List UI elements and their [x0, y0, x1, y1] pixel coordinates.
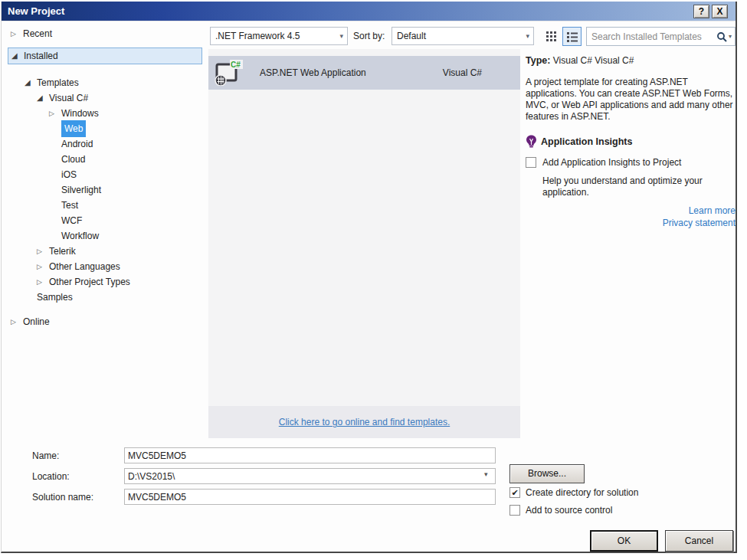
search-input[interactable]	[591, 31, 716, 42]
tree-item-other-project-types[interactable]: ▷ Other Project Types	[8, 274, 202, 290]
type-value: Visual C#	[595, 55, 634, 66]
tree-item-telerik[interactable]: ▷ Telerik	[8, 244, 202, 259]
tree-item-silverlight[interactable]: Silverlight	[8, 182, 202, 198]
online-templates-strip: Click here to go online and find templat…	[208, 406, 520, 438]
aspnet-web-application-icon: C#	[214, 60, 243, 86]
create-directory-checkbox[interactable]: ✔	[509, 487, 520, 498]
dialog-title: New Project	[8, 5, 64, 17]
tree-expander-icon[interactable]: ▷	[49, 106, 61, 121]
template-language: Visual C#	[443, 67, 482, 78]
tree-item-cloud[interactable]: Cloud	[8, 152, 202, 167]
tree-item-wcf[interactable]: WCF	[8, 213, 202, 228]
tree-item-web[interactable]: Web	[8, 121, 202, 136]
ok-button[interactable]: OK	[590, 530, 658, 552]
sort-dropdown[interactable]: Default ▾	[392, 27, 534, 45]
search-scope-arrow-icon[interactable]: ▾	[729, 33, 732, 40]
tree-expander-icon[interactable]: ▷	[11, 26, 23, 41]
template-description: A project template for creating ASP.NET …	[526, 77, 734, 123]
insights-help-text: Help you understand and optimize your ap…	[542, 175, 726, 198]
solution-name-label: Solution name:	[32, 492, 93, 503]
new-project-dialog: New Project ? X .NET Framework 4.5 ▾ Sor…	[1, 2, 737, 553]
tree-item-templates[interactable]: ◢ Templates	[8, 75, 202, 90]
application-insights-icon	[526, 135, 537, 148]
tree-item-samples[interactable]: Samples	[8, 290, 202, 305]
tree-expander-icon[interactable]: ▷	[37, 244, 49, 259]
create-directory-row: ✔ Create directory for solution	[509, 487, 638, 498]
svg-text:C#: C#	[231, 61, 241, 69]
learn-more-link[interactable]: Learn more	[526, 205, 736, 217]
template-name: ASP.NET Web Application	[260, 67, 443, 78]
list-view-button[interactable]	[562, 27, 582, 46]
name-label: Name:	[32, 450, 59, 461]
chevron-down-icon: ▾	[339, 28, 343, 44]
tree-expander-icon[interactable]: ▷	[37, 259, 49, 274]
type-label: Type:	[526, 55, 550, 66]
type-value: Visual C#	[553, 55, 592, 66]
grid-view-icon	[546, 31, 557, 42]
close-button[interactable]: X	[712, 5, 728, 18]
small-icons-view-button[interactable]	[542, 27, 561, 46]
template-item-aspnet-web-application[interactable]: C# ASP.NET Web Application Visual C#	[208, 56, 520, 90]
application-insights-heading: Application Insights	[541, 136, 632, 147]
template-category-tree: ▷ Recent ◢ Installed ◢ Templates ◢ Visua…	[8, 26, 202, 329]
tree-item-android[interactable]: Android	[8, 136, 202, 152]
tree-item-visual-csharp[interactable]: ◢ Visual C#	[8, 90, 202, 106]
go-online-link[interactable]: Click here to go online and find templat…	[279, 417, 450, 427]
location-label: Location:	[32, 471, 70, 482]
template-list: C# ASP.NET Web Application Visual C#	[208, 49, 520, 406]
chevron-down-icon: ▾	[526, 28, 529, 44]
sort-by-label: Sort by:	[353, 31, 385, 41]
browse-button[interactable]: Browse...	[509, 464, 585, 483]
add-insights-label: Add Application Insights to Project	[542, 157, 681, 168]
project-name-input[interactable]	[124, 447, 496, 463]
tree-expander-icon[interactable]: ◢	[11, 48, 24, 64]
tree-item-test[interactable]: Test	[8, 198, 202, 213]
source-control-label: Add to source control	[526, 505, 612, 516]
tree-expander-icon[interactable]: ◢	[25, 75, 37, 90]
search-box: ▾	[586, 27, 736, 46]
tree-item-other-languages[interactable]: ▷ Other Languages	[8, 259, 202, 274]
titlebar: New Project ? X	[2, 2, 736, 21]
location-input[interactable]	[124, 468, 496, 484]
tree-expander-icon[interactable]: ▷	[11, 314, 23, 329]
privacy-statement-link[interactable]: Privacy statement	[526, 217, 736, 229]
tree-item-recent[interactable]: ▷ Recent	[8, 26, 202, 41]
tree-expander-icon[interactable]: ▷	[37, 274, 49, 290]
tree-item-online[interactable]: ▷ Online	[8, 314, 202, 329]
add-insights-row: Add Application Insights to Project	[526, 157, 736, 168]
location-dropdown-arrow-icon[interactable]: ▾	[484, 470, 488, 478]
source-control-row: Add to source control	[509, 505, 612, 516]
sort-dropdown-value: Default	[397, 31, 426, 41]
cancel-button[interactable]: Cancel	[665, 530, 733, 552]
framework-dropdown[interactable]: .NET Framework 4.5 ▾	[210, 27, 348, 45]
framework-dropdown-value: .NET Framework 4.5	[215, 31, 300, 41]
checkmark-icon: ✔	[511, 488, 518, 497]
tree-expander-icon[interactable]: ◢	[37, 90, 49, 106]
create-directory-label: Create directory for solution	[526, 487, 638, 498]
solution-name-input[interactable]	[124, 489, 496, 505]
list-view-icon	[566, 31, 578, 42]
tree-item-windows[interactable]: ▷ Windows	[8, 106, 202, 121]
application-insights-heading-row: Application Insights	[526, 135, 736, 148]
source-control-checkbox[interactable]	[509, 505, 520, 516]
tree-item-ios[interactable]: iOS	[8, 167, 202, 182]
tree-item-installed[interactable]: ◢ Installed	[8, 47, 202, 64]
add-insights-checkbox[interactable]	[526, 157, 536, 168]
tree-item-workflow[interactable]: Workflow	[8, 228, 202, 244]
template-details-panel: Type: Visual C# Visual C# A project temp…	[526, 52, 736, 229]
help-button[interactable]: ?	[693, 5, 709, 18]
search-icon	[716, 31, 727, 42]
